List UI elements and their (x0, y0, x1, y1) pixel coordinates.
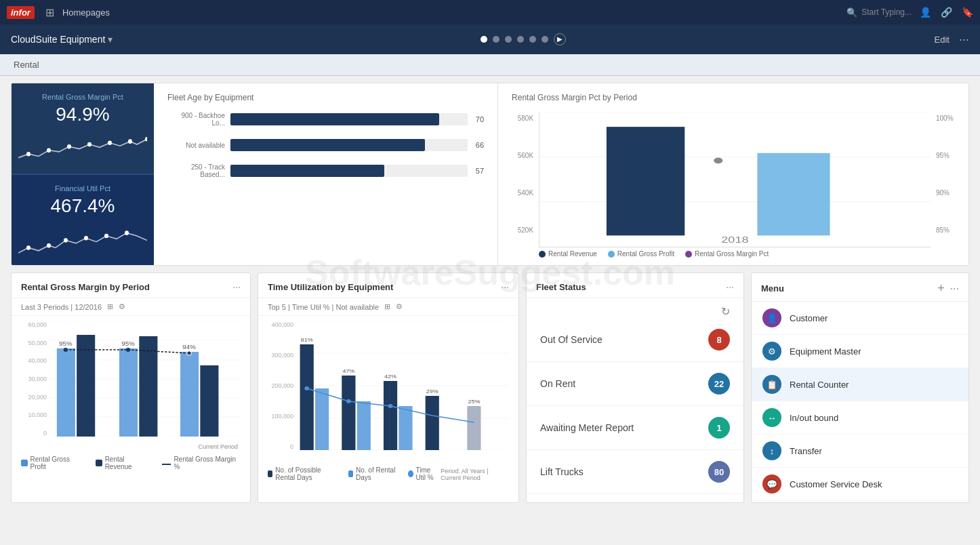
legend-rr: Rental Revenue (96, 456, 151, 470)
svg-rect-33 (180, 352, 199, 437)
transfer-icon: ↕ (762, 441, 781, 460)
legend-rgp-label: Rental Gross Profit (30, 456, 85, 470)
bar-num-2: 66 (476, 141, 484, 149)
menu-item-inout-bound[interactable]: ↔ In/out bound (752, 401, 968, 435)
search-bar[interactable]: 🔍 Start Typing... (846, 7, 912, 18)
menu-item-customer-service-desk[interactable]: 💬 Customer Service Desk (752, 468, 968, 501)
y-label-90pct: 90% (936, 189, 955, 197)
legend-rental-revenue-label: Rental Revenue (548, 250, 597, 258)
time-util-footer: No. of Possible Rental Days No. of Renta… (268, 466, 509, 481)
fleet-age-bar-2: Not available 66 (167, 139, 484, 151)
svg-rect-34 (200, 365, 218, 437)
fleet-row-awaiting-meter: Awaiting Meter Report 1 (527, 406, 743, 450)
bar-track-3 (230, 165, 468, 177)
svg-text:29%: 29% (426, 388, 438, 394)
fleet-refresh-icon[interactable]: ↻ (527, 298, 743, 318)
svg-point-12 (125, 230, 129, 235)
svg-rect-30 (119, 348, 138, 437)
fleet-age-bar-1: 900 - Backhoe Lo... 70 (167, 112, 484, 127)
svg-point-8 (47, 243, 51, 248)
y-label-560k: 560K (512, 152, 533, 159)
menu-item-transfer[interactable]: ↕ Transfer (752, 435, 968, 468)
share-icon[interactable]: 🔗 (941, 7, 952, 18)
page-dot-3[interactable] (505, 36, 512, 43)
rental-margin-chart-body: 2018 (539, 112, 931, 247)
menu-item-rental-counter[interactable]: 📋 Rental Counter (752, 368, 968, 401)
rgm-settings-icon[interactable]: ⚙ (119, 302, 125, 311)
y-label-95pct: 95% (936, 152, 955, 159)
menu-add-icon[interactable]: + (937, 281, 945, 296)
bar-track-2 (230, 139, 468, 151)
menu-item-customer[interactable]: 👤 Customer (752, 302, 968, 335)
rental-margin-chart-area: 580K 560K 540K 520K (512, 112, 955, 247)
homepages-link[interactable]: Homepages (62, 7, 110, 18)
edit-button[interactable]: Edit (935, 35, 950, 45)
page-dot-6[interactable] (542, 36, 548, 43)
header-actions: Edit ··· (935, 33, 969, 47)
legend-rental-gross-margin-label: Rental Gross Margin Pct (695, 250, 769, 258)
page-next-arrow[interactable]: ▶ (554, 33, 566, 45)
time-util-subtitle-text: Top 5 | Time Util % | Not available (268, 303, 379, 311)
rgm-y-60k: 60,000 (21, 321, 47, 328)
kpi-gross-margin-value: 94.9% (56, 104, 109, 125)
fleet-status-actions[interactable]: ··· (726, 281, 734, 292)
kpi-financial-util-title: Financial Util Pct (55, 184, 110, 193)
rgm-y-axis: 60,000 50,000 40,000 30,000 20,000 10,00… (21, 321, 47, 437)
more-button[interactable]: ··· (959, 33, 969, 47)
menu-label-customer-service-desk: Customer Service Desk (790, 479, 882, 489)
kpi-financial-util-value: 467.4% (51, 195, 115, 217)
svg-rect-27 (57, 348, 75, 437)
equipment-master-icon: ⚙ (762, 342, 781, 361)
user-icon[interactable]: 👤 (920, 7, 931, 18)
rgm-y-10k: 10,000 (21, 411, 47, 418)
time-util-filter-icon[interactable]: ⊞ (384, 302, 390, 311)
rgm-filter-icon[interactable]: ⊞ (107, 302, 113, 311)
svg-text:25%: 25% (468, 398, 480, 404)
legend-rental-days: No. of Rental Days (348, 466, 398, 481)
menu-item-equipment-master[interactable]: ⚙ Equipment Master (752, 335, 968, 368)
page-dots: ▶ (126, 33, 920, 45)
legend-rgp: Rental Gross Profit (21, 456, 85, 470)
bar-fill-3 (230, 165, 384, 177)
fleet-badge-awaiting-meter: 1 (708, 417, 730, 439)
time-util-widget-header: Time Utilization by Equipment ··· (258, 273, 518, 298)
rgm-subtitle-text: Last 3 Periods | 12/2016 (21, 303, 102, 311)
menu-label-rental-counter: Rental Counter (790, 380, 849, 390)
bottom-row: Rental Gross Margin by Period ··· Last 3… (11, 272, 969, 503)
fleet-row-label-out-of-service: Out Of Service (540, 334, 603, 345)
menu-body: 👤 Customer ⚙ Equipment Master 📋 Rental C… (752, 302, 968, 502)
svg-rect-55 (384, 381, 397, 450)
svg-point-9 (64, 238, 68, 243)
menu-label-equipment-master: Equipment Master (790, 346, 861, 357)
inout-bound-icon: ↔ (762, 408, 781, 427)
legend-rental-days-label: No. of Rental Days (356, 466, 397, 481)
svg-rect-52 (357, 401, 371, 450)
time-util-settings-icon[interactable]: ⚙ (396, 302, 403, 311)
bookmark-icon[interactable]: 🔖 (962, 7, 973, 18)
svg-point-10 (84, 236, 88, 241)
svg-text:42%: 42% (384, 373, 396, 379)
app-title-dropdown-icon[interactable]: ▾ (108, 34, 113, 45)
customer-service-desk-icon: 💬 (762, 475, 781, 493)
fleet-status-widget: Fleet Status ··· ↻ Out Of Service 8 On R… (526, 272, 744, 503)
bar-label-1: 900 - Backhoe Lo... (167, 112, 225, 127)
menu-more-icon[interactable]: ··· (950, 283, 959, 295)
svg-rect-59 (426, 396, 439, 450)
menu-item-mco-quick-entry[interactable]: ⚡ MCO Quick Entry (752, 501, 968, 502)
page-dot-4[interactable] (517, 36, 524, 43)
time-util-legend: No. of Possible Rental Days No. of Renta… (268, 466, 441, 481)
page-dot-5[interactable] (529, 36, 536, 43)
fleet-row-lift-trucks: Lift Trucks 80 (527, 450, 743, 494)
rgm-widget-actions[interactable]: ··· (232, 281, 241, 292)
time-util-widget-actions[interactable]: ··· (501, 281, 509, 292)
page-dot-2[interactable] (493, 36, 499, 43)
svg-rect-56 (399, 406, 412, 450)
time-util-chart-body: 400,000 300,000 200,000 100,000 0 (258, 316, 518, 502)
grid-icon[interactable]: ⊞ (45, 6, 54, 19)
legend-possible-days: No. of Possible Rental Days (268, 466, 338, 481)
search-icon: 🔍 (846, 7, 857, 18)
kpi-gross-margin-title: Rental Gross Margin Pct (42, 93, 123, 101)
app-title-text: CloudSuite Equipment (11, 34, 105, 45)
kpi-gross-margin: Rental Gross Margin Pct 94.9% (12, 83, 154, 175)
page-dot-1[interactable] (481, 36, 487, 43)
